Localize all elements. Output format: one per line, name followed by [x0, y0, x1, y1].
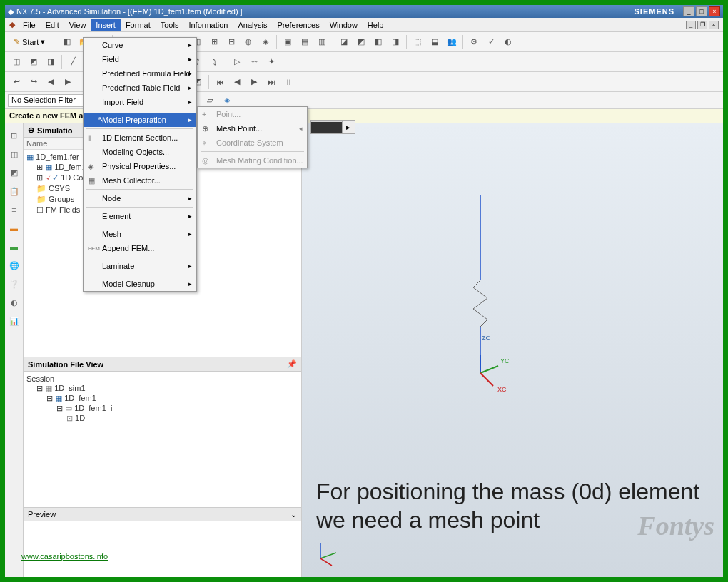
tool-check-icon[interactable]: ✓	[483, 34, 499, 50]
vtool-assy-icon[interactable]: ◫	[7, 147, 21, 161]
minimize-button[interactable]: _	[683, 6, 694, 16]
menu-mesh-collector[interactable]: ▦Mesh Collector...	[84, 173, 196, 188]
menu-analysis[interactable]: Analysis	[233, 19, 272, 31]
view-tab-active[interactable]	[311, 122, 342, 133]
menu-preferences[interactable]: Preferences	[272, 19, 324, 31]
tool-assy3-icon[interactable]: ◧	[370, 34, 386, 50]
tool2-tri-icon[interactable]: ▷	[229, 54, 245, 70]
submenu-csys[interactable]: ⌖Coordinate System	[198, 136, 307, 150]
tree-item[interactable]: ⊟ ▭ 1D_fem1_i ⊡ 1D	[56, 403, 298, 424]
tree-item[interactable]: ⊟ ▦ 1D_sim1 ⊟ ▦ 1D_fem1 ⊟ ▭ 1D_fem1_i ⊡ …	[36, 383, 298, 426]
maximize-button[interactable]: □	[696, 6, 707, 16]
submenu-mesh-point[interactable]: ⊕Mesh Point...◂	[198, 121, 307, 136]
nav-collapse-icon[interactable]: ⊖	[28, 126, 34, 135]
menu-edit[interactable]: Edit	[41, 19, 64, 31]
tool-assy4-icon[interactable]: ◨	[388, 34, 403, 50]
submenu-point[interactable]: +Point...	[198, 107, 307, 121]
tree-item[interactable]: ⊟ ▦ 1D_fem1 ⊟ ▭ 1D_fem1_i ⊡ 1D	[46, 393, 298, 425]
file-view-tree[interactable]: Session ⊟ ▦ 1D_sim1 ⊟ ▦ 1D_fem1 ⊟ ▭ 1D_f…	[24, 372, 301, 507]
tool-people-icon[interactable]: 👥	[444, 34, 460, 50]
menu-append-fem[interactable]: FEMAppend FEM...	[84, 241, 196, 255]
menu-window[interactable]: Window	[325, 19, 363, 31]
tool3-undo-icon[interactable]: ↩	[9, 74, 24, 90]
tool3-play-prev-icon[interactable]: ◀	[229, 74, 245, 90]
menu-file[interactable]: File	[18, 19, 41, 31]
tool2-curve3-icon[interactable]: ⤵	[207, 54, 223, 70]
tool-shade3-icon[interactable]: ▥	[314, 34, 330, 50]
menu-tools[interactable]: Tools	[156, 19, 184, 31]
tool2-wave-icon[interactable]: 〰	[246, 54, 262, 70]
tool3-pause-icon[interactable]: ⏸	[280, 74, 296, 90]
tool-cube-icon[interactable]: ◧	[59, 34, 75, 50]
tool-misc1-icon[interactable]: ⬚	[410, 34, 425, 50]
menu-element[interactable]: Element▸	[84, 209, 196, 223]
submenu-mesh-mating[interactable]: ◎Mesh Mating Condition...	[198, 153, 307, 168]
menu-mesh[interactable]: Mesh▸	[84, 227, 196, 241]
tool-assy1-icon[interactable]: ◪	[336, 34, 352, 50]
tool-assy2-icon[interactable]: ◩	[353, 34, 369, 50]
menu-laminate[interactable]: Laminate▸	[84, 259, 196, 273]
menu-node[interactable]: Node▸	[84, 191, 196, 205]
menu-information[interactable]: Information	[183, 19, 233, 31]
tool-shade2-icon[interactable]: ▤	[297, 34, 313, 50]
tool-shade1-icon[interactable]: ▣	[280, 34, 295, 50]
tool2-line-icon[interactable]: ╱	[65, 54, 81, 70]
tool-analysis-icon[interactable]: ◐	[500, 34, 516, 50]
menu-1d-element-section[interactable]: ⫴1D Element Section...	[84, 131, 196, 145]
vtool-res-icon[interactable]: 📊	[7, 314, 21, 328]
fileview-pin-icon[interactable]: 📌	[287, 359, 297, 369]
tool3-play-next-icon[interactable]: ⏭	[263, 74, 279, 90]
tool-gear-icon[interactable]: ⚙	[466, 34, 482, 50]
tool-view2-icon[interactable]: ⊞	[206, 34, 222, 50]
menu-predef-formula[interactable]: Predefined Formula Field▸	[84, 66, 196, 81]
menu-curve[interactable]: Curve▸	[84, 38, 196, 52]
vtool-color1-icon[interactable]: ▬	[7, 221, 21, 235]
doc-close-button[interactable]: ×	[709, 21, 719, 29]
menu-view[interactable]: View	[64, 19, 91, 31]
tool-view4-icon[interactable]: ◍	[241, 34, 256, 50]
tool3-redo-icon[interactable]: ↪	[26, 74, 41, 90]
tool-view3-icon[interactable]: ⊟	[223, 34, 239, 50]
tool2-1-icon[interactable]: ◫	[9, 54, 24, 70]
vtool-color2-icon[interactable]: ▬	[7, 240, 21, 254]
menu-predef-table[interactable]: Predefined Table Field▸	[84, 81, 196, 95]
vtool-part-icon[interactable]: ◩	[7, 165, 21, 180]
menu-field[interactable]: Field▸	[84, 52, 196, 66]
viewport[interactable]: Default: NX NASTRAN ZC YC XC For pos	[302, 123, 723, 577]
doc-minimize-button[interactable]: _	[686, 21, 696, 29]
close-button[interactable]: ×	[709, 6, 720, 16]
svg-line-7	[320, 558, 332, 566]
tab-next-icon[interactable]: ▸	[342, 121, 355, 133]
tool2-3-icon[interactable]: ◨	[43, 54, 59, 70]
menu-import-field[interactable]: Import Field▸	[84, 95, 196, 109]
tool3-play-first-icon[interactable]: ⏮	[212, 74, 228, 90]
menu-model-preparation[interactable]: Model Preparation▸ ↖	[84, 113, 196, 127]
vtool-hist-icon[interactable]: 📋	[7, 184, 21, 198]
tool-misc2-icon[interactable]: ⬓	[427, 34, 443, 50]
vtool-web-icon[interactable]: 🌐	[7, 258, 21, 272]
menu-modeling-objects[interactable]: Modeling Objects...	[84, 145, 196, 159]
preview-expand-icon[interactable]: ⌄	[290, 510, 297, 519]
selection-filter-dropdown[interactable]: No Selection Filter	[8, 94, 93, 107]
menu-physical-properties[interactable]: ◈Physical Properties...	[84, 159, 196, 173]
start-button[interactable]: ✎Start▾	[8, 36, 51, 48]
menu-insert[interactable]: Insert	[91, 19, 121, 31]
doc-restore-button[interactable]: ❐	[697, 21, 707, 29]
vtool-layer-icon[interactable]: ≡	[7, 203, 21, 217]
tool3-next-icon[interactable]: ▶	[60, 74, 76, 90]
vtool-sim-icon[interactable]: ◐	[7, 295, 21, 310]
tool2-star-icon[interactable]: ✦	[263, 54, 279, 70]
menu-format[interactable]: Format	[121, 19, 156, 31]
menu-model-cleanup[interactable]: Model Cleanup▸	[84, 277, 196, 291]
tool-view5-icon[interactable]: ◈	[258, 34, 273, 50]
tool3-prev-icon[interactable]: ◀	[43, 74, 59, 90]
tool3-play-icon[interactable]: ▶	[246, 74, 262, 90]
vtool-nav-icon[interactable]: ⊞	[7, 128, 21, 143]
menu-help[interactable]: Help	[363, 19, 389, 31]
preview-bar[interactable]: Preview ⌄	[24, 507, 301, 521]
tool2-2-icon[interactable]: ◩	[26, 54, 41, 70]
vtool-help-icon[interactable]: ❔	[7, 277, 21, 291]
source-link[interactable]: www.casaripbostons.info	[21, 552, 108, 561]
tree-session[interactable]: Session	[26, 374, 298, 383]
tree-item[interactable]: ⊡ 1D	[66, 413, 298, 424]
